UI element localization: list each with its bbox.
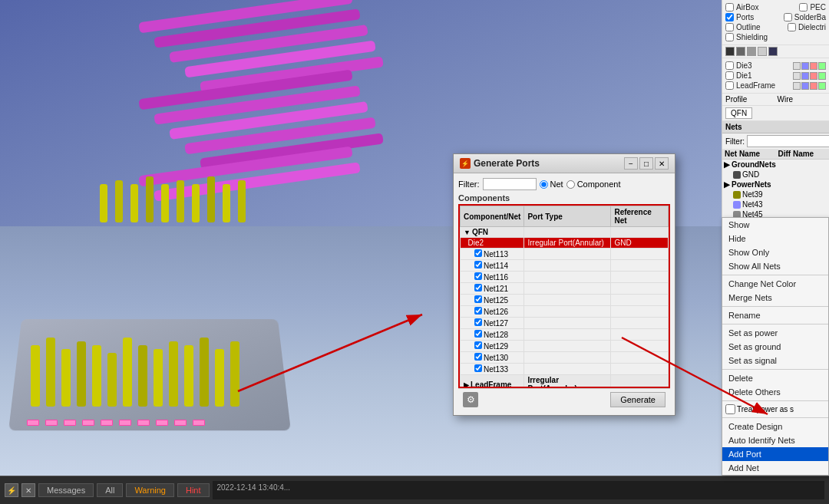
ports-checkbox[interactable] [725, 13, 734, 21]
generate-ports-dialog[interactable]: ⚡ Generate Ports − □ ✕ Filter: Net Compo… [453, 153, 675, 416]
lf-swatch3[interactable] [810, 82, 817, 90]
ctx-set-ground[interactable]: Set as ground [722, 340, 828, 354]
row-checkbox-11[interactable] [474, 353, 482, 361]
row-checkbox-4[interactable] [474, 272, 482, 280]
dialog-table-row[interactable]: Net116 [461, 272, 669, 283]
die3-swatch4[interactable] [818, 62, 826, 70]
dialog-radio-component-input[interactable] [566, 180, 575, 189]
dialog-table-header: Component/Net Port Type Reference Net [461, 206, 669, 227]
ctx-show[interactable]: Show [722, 218, 828, 232]
swatch-lgray[interactable] [747, 47, 756, 56]
dialog-close-btn[interactable]: ✕ [655, 157, 669, 170]
dialog-table-container[interactable]: Component/Net Port Type Reference Net ▼Q… [458, 204, 670, 388]
ctx-treat-power-checkbox[interactable] [725, 404, 735, 414]
settings-icon[interactable]: ⚙ [463, 392, 478, 407]
die3-checkbox[interactable] [725, 61, 734, 70]
dialog-table-row[interactable]: ▶LeadFrame Irregular Port(Annular) [461, 375, 669, 389]
bottom-tab-hint[interactable]: Hint [177, 483, 210, 497]
swatch-gray[interactable] [736, 47, 745, 56]
die1-swatch4[interactable] [818, 72, 826, 80]
ctx-rename[interactable]: Rename [722, 308, 828, 322]
nets-filter-input[interactable] [747, 135, 829, 147]
lf-swatch2[interactable] [801, 82, 809, 90]
ctx-create-design[interactable]: Create Design [722, 420, 828, 433]
power-nets-group[interactable]: ▶ PowerNets [722, 180, 829, 189]
dialog-minimize-btn[interactable]: − [624, 157, 638, 170]
die3-swatch2[interactable] [801, 62, 809, 70]
dialog-table-row[interactable]: Net126 [461, 306, 669, 318]
ctx-add-port[interactable]: Add Port [722, 447, 828, 461]
dialog-maximize-btn[interactable]: □ [639, 157, 653, 170]
dialog-table-row[interactable]: Net128 [461, 329, 669, 341]
row-checkbox-3[interactable] [474, 261, 482, 268]
row-checkbox-12[interactable] [474, 364, 482, 372]
cell-component-13: ▶LeadFrame [461, 375, 524, 389]
bottom-tab-all[interactable]: All [97, 483, 123, 497]
die1-swatch1[interactable] [793, 72, 801, 80]
dialog-radio-net-input[interactable] [540, 180, 548, 189]
bottom-tab-messages[interactable]: Messages [38, 483, 94, 497]
generate-button[interactable]: Generate [610, 392, 666, 407]
ctx-merge-nets[interactable]: Merge Nets [722, 291, 828, 305]
dialog-table-row[interactable]: Net121 [461, 283, 669, 295]
die1-swatch3[interactable] [810, 72, 817, 80]
swatch-darkblue[interactable] [768, 47, 778, 56]
dialog-table-row[interactable]: Net114 [461, 260, 669, 272]
net-43[interactable]: Net43 [722, 199, 829, 209]
die1-checkbox[interactable] [725, 71, 734, 80]
swatch-llgray[interactable] [758, 47, 767, 56]
ctx-hide[interactable]: Hide [722, 232, 828, 245]
dialog-table-row[interactable]: ▼QFN [461, 227, 669, 238]
ctx-show-all-nets[interactable]: Show All Nets [722, 259, 828, 273]
die3-swatch1[interactable] [793, 62, 801, 70]
ctx-add-net[interactable]: Add Net [722, 461, 828, 475]
die3-swatch3[interactable] [810, 62, 817, 70]
cell-component-5: Net121 [461, 283, 524, 295]
cell-refnet-9 [611, 329, 669, 341]
pec-checkbox[interactable] [799, 3, 808, 12]
dialog-table-row[interactable]: Net127 [461, 318, 669, 329]
net-39[interactable]: Net39 [722, 189, 829, 199]
airbox-label: AirBox [736, 3, 758, 12]
dialog-table-row[interactable]: Die2 Irregular Port(Annular) GND [461, 238, 669, 249]
dialog-title-label: Generate Ports [474, 158, 540, 169]
outline-checkbox[interactable] [725, 23, 734, 31]
swatch-black[interactable] [725, 47, 735, 56]
row-checkbox-10[interactable] [474, 341, 482, 349]
dialog-radio-net[interactable]: Net [540, 180, 563, 189]
row-checkbox-9[interactable] [474, 330, 482, 338]
profile-value[interactable]: QFN [725, 107, 752, 119]
bottom-tab-warning[interactable]: Warning [126, 483, 174, 497]
bottom-icon-close[interactable]: ✕ [21, 483, 35, 497]
row-checkbox-6[interactable] [474, 295, 482, 303]
dialog-table-row[interactable]: Net125 [461, 295, 669, 306]
ground-nets-group[interactable]: ▶ GroundNets [722, 160, 829, 170]
dialog-table-row[interactable]: Net133 [461, 364, 669, 375]
solderba-checkbox[interactable] [784, 13, 792, 21]
shielding-checkbox[interactable] [725, 33, 734, 41]
row-checkbox-2[interactable] [474, 249, 482, 257]
row-checkbox-7[interactable] [474, 307, 482, 315]
airbox-checkbox[interactable] [725, 3, 734, 12]
ctx-set-power[interactable]: Set as power [722, 326, 828, 340]
lf-swatch4[interactable] [818, 82, 826, 90]
ctx-show-only[interactable]: Show Only [722, 245, 828, 259]
dialog-table-row[interactable]: Net130 [461, 352, 669, 364]
ctx-delete[interactable]: Delete [722, 371, 828, 385]
dialog-table-row[interactable]: Net129 [461, 341, 669, 352]
ctx-auto-identify[interactable]: Auto Identify Nets [722, 433, 828, 447]
ctx-change-net-color[interactable]: Change Net Color [722, 277, 828, 291]
ctx-delete-others[interactable]: Delete Others [722, 385, 828, 399]
row-checkbox-5[interactable] [474, 284, 482, 292]
die1-swatch2[interactable] [801, 72, 809, 80]
dielectric-checkbox[interactable] [788, 23, 796, 31]
row-checkbox-8[interactable] [474, 318, 482, 326]
dialog-table-row[interactable]: Net113 [461, 249, 669, 260]
dialog-radio-component[interactable]: Component [566, 180, 621, 189]
leadframe-checkbox[interactable] [725, 81, 734, 90]
bottom-icon-1[interactable]: ⚡ [5, 483, 18, 497]
lf-swatch1[interactable] [793, 82, 801, 90]
net-gnd[interactable]: GND [722, 170, 829, 180]
dialog-filter-input[interactable] [483, 178, 537, 190]
ctx-set-signal[interactable]: Set as signal [722, 354, 828, 367]
